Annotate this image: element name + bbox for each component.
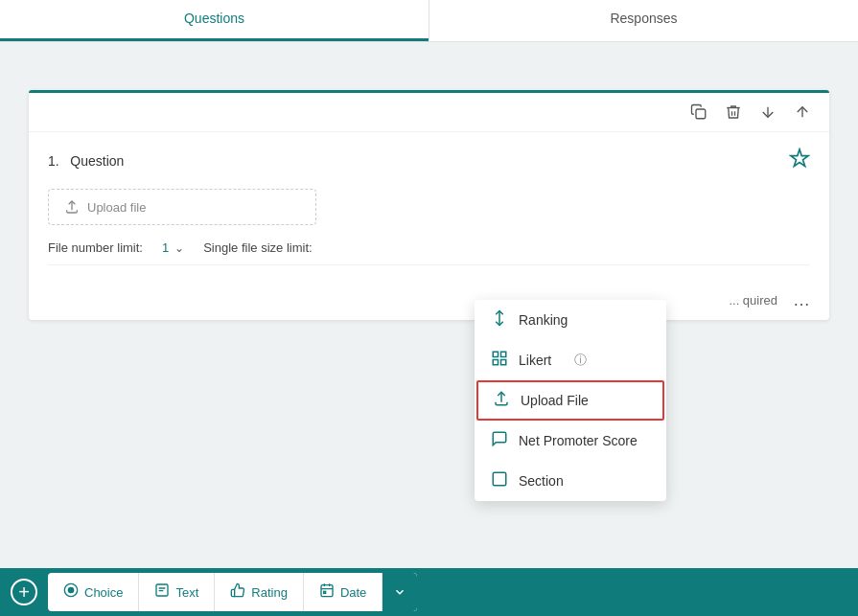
main-container: Questions Responses [0,0,858,616]
tab-header: Questions Responses [0,0,858,42]
dropdown-menu: Ranking Likert ⓘ [475,300,666,501]
upload-icon [64,199,80,215]
toolbar-items: Choice Text [48,573,417,611]
question-row: 1. Question [48,148,810,173]
limits-row: File number limit: 1 ⌄ Single file size … [48,240,810,265]
likert-info-icon[interactable]: ⓘ [574,352,587,369]
dropdown-item-likert[interactable]: Likert ⓘ [475,340,666,380]
toolbar-expand-button[interactable] [383,573,417,611]
delete-icon[interactable] [722,101,745,124]
required-label: ... quired [729,293,777,308]
star-icon[interactable] [789,148,810,173]
svg-rect-9 [501,360,506,365]
svg-rect-11 [493,472,506,486]
svg-point-13 [68,587,73,592]
toolbar-btn-text[interactable]: Text [139,573,215,611]
more-options-icon[interactable]: … [793,290,810,310]
content-area: 1. Question [0,42,858,568]
svg-rect-7 [501,352,506,356]
card-footer: ... quired … [29,281,829,320]
svg-rect-17 [321,585,333,597]
likert-icon [490,350,509,371]
rating-icon [230,582,245,602]
add-button[interactable]: + [0,568,48,616]
svg-rect-6 [493,352,498,356]
tab-responses[interactable]: Responses [429,0,858,41]
dropdown-item-nps[interactable]: Net Promoter Score [475,421,666,461]
move-up-icon[interactable] [791,101,814,124]
choice-icon [63,582,79,602]
dropdown-item-ranking[interactable]: Ranking [475,300,666,340]
upload-area[interactable]: Upload file [48,189,316,225]
copy-icon[interactable] [687,101,710,124]
bottom-toolbar: + Choice [0,568,858,616]
svg-rect-21 [324,591,326,593]
question-number: 1. Question [48,153,124,169]
text-icon [154,582,170,602]
chevron-down-icon [393,585,406,599]
add-button-icon: + [11,579,37,605]
toolbar-btn-date[interactable]: Date [304,573,383,611]
svg-rect-0 [696,109,706,119]
dropdown-item-upload[interactable]: Upload File [476,380,664,421]
date-icon [319,582,335,602]
toolbar-btn-choice[interactable]: Choice [48,573,139,611]
file-limit-chevron[interactable]: ⌄ [174,241,184,255]
toolbar-btn-rating[interactable]: Rating [215,573,304,611]
move-down-icon[interactable] [756,101,779,124]
nps-icon [490,430,509,451]
svg-rect-8 [493,360,498,365]
file-number-limit-control[interactable]: 1 ⌄ [162,240,184,255]
dropdown-item-section[interactable]: Section [475,461,666,501]
upload-file-icon [492,390,511,411]
tab-questions[interactable]: Questions [0,0,429,41]
question-card: 1. Question [29,90,829,320]
section-icon [490,470,509,491]
ranking-icon [490,309,509,331]
card-body: 1. Question [29,132,829,281]
card-toolbar [29,93,829,132]
